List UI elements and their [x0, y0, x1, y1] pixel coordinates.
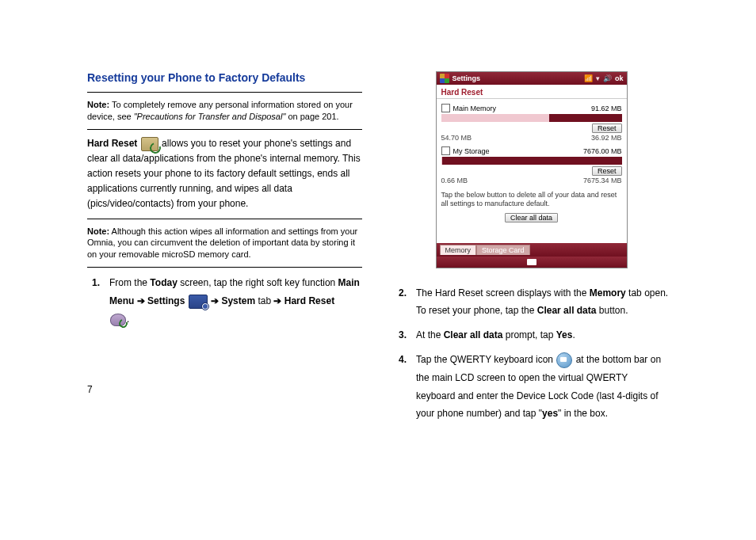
- my-storage-row: My Storage 7676.00 MB: [441, 146, 622, 155]
- main-memory-row: Main Memory 91.62 MB: [441, 104, 622, 112]
- section-title: Resetting your Phone to Factory Defaults: [87, 71, 362, 84]
- steps-list-left: From the Today screen, tap the right sof…: [87, 274, 362, 328]
- step-3: At the Clear all data prompt, tap Yes.: [416, 326, 669, 344]
- phone-screenshot: Settings 📶 ▾ 🔊 ok Hard Reset Main Memory…: [436, 71, 628, 268]
- main-memory-fill: [441, 114, 550, 122]
- note-1: Note: To completely remove any personal …: [87, 96, 362, 126]
- my-storage-checkbox[interactable]: [441, 146, 450, 155]
- my-storage-bar: [441, 157, 622, 165]
- my-storage-scale: 0.66 MB 7675.34 MB: [441, 177, 622, 184]
- step-2: The Hard Reset screen displays with the …: [416, 284, 669, 321]
- note-2-text: Although this action wipes all informati…: [87, 226, 357, 260]
- ok-button[interactable]: ok: [615, 74, 624, 82]
- step-4: Tap the QWERTY keyboard icon at the bott…: [416, 351, 669, 423]
- main-memory-label: Main Memory: [453, 105, 588, 112]
- my-storage-label: My Storage: [453, 147, 580, 155]
- steps-list-right: The Hard Reset screen displays with the …: [394, 284, 669, 424]
- my-storage-fill: [441, 157, 442, 165]
- note-2: Note: Although this action wipes all inf…: [87, 222, 362, 264]
- settings-icon: [189, 295, 208, 309]
- reset-button-1[interactable]: Reset: [592, 124, 622, 133]
- phone-tabbar: Memory Storage Card: [437, 243, 627, 257]
- right-column: Settings 📶 ▾ 🔊 ok Hard Reset Main Memory…: [394, 71, 669, 429]
- keyboard-icon[interactable]: [527, 259, 536, 265]
- hard-reset-label: Hard Reset: [87, 138, 137, 149]
- main-memory-value: 91.62 MB: [591, 105, 622, 112]
- clear-all-data-button[interactable]: Clear all data: [505, 213, 558, 222]
- hard-reset-small-icon: [110, 314, 126, 326]
- phone-header: Hard Reset: [437, 85, 627, 99]
- note-link-text: "Precautions for Transfer and Disposal": [134, 112, 286, 121]
- hard-reset-icon: [141, 137, 158, 151]
- divider: [87, 267, 362, 268]
- divider: [87, 219, 362, 219]
- main-memory-scale: 54.70 MB 36.92 MB: [441, 134, 622, 142]
- volume-icon: 🔊: [603, 74, 612, 82]
- signal-icon: 📶: [584, 74, 593, 82]
- phone-title: Settings: [452, 74, 481, 82]
- note-label: Note:: [87, 100, 109, 109]
- step-1: From the Today screen, tap the right sof…: [109, 274, 362, 328]
- left-column: Resetting your Phone to Factory Defaults…: [87, 71, 362, 429]
- main-memory-bar: [441, 114, 622, 122]
- note-label: Note:: [87, 226, 109, 236]
- phone-titlebar: Settings 📶 ▾ 🔊 ok: [437, 72, 627, 85]
- tab-memory[interactable]: Memory: [440, 245, 477, 255]
- reset-button-2[interactable]: Reset: [592, 166, 622, 176]
- main-memory-checkbox[interactable]: [441, 104, 450, 112]
- start-icon: [440, 74, 449, 83]
- phone-bottombar: [437, 257, 627, 268]
- qwerty-keyboard-icon: [556, 352, 572, 368]
- phone-note: Tap the below button to delete all of yo…: [441, 191, 622, 208]
- divider: [87, 129, 362, 130]
- note-text-b: on page 201.: [285, 112, 338, 121]
- tab-storage-card[interactable]: Storage Card: [476, 245, 530, 255]
- divider: [87, 92, 362, 93]
- page-number: 7: [87, 384, 362, 395]
- signal-icon-2: ▾: [596, 74, 600, 82]
- my-storage-value: 7676.00 MB: [583, 147, 622, 155]
- intro-paragraph: Hard Reset allows you to reset your phon…: [87, 136, 362, 212]
